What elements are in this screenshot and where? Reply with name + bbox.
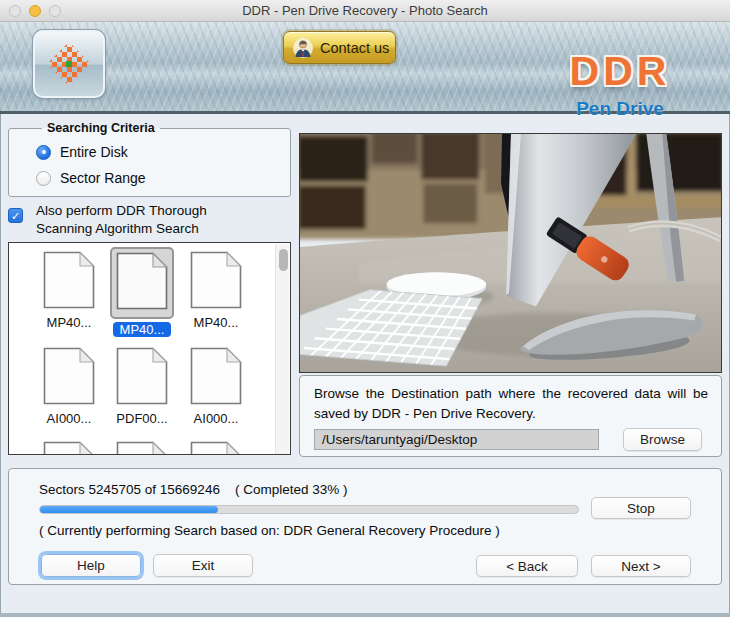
app-logo — [33, 30, 105, 98]
document-icon — [43, 441, 95, 455]
zoom-button[interactable] — [49, 5, 61, 17]
file-item-selected[interactable]: MP40... — [110, 247, 174, 337]
window-title: DDR - Pen Drive Recovery - Photo Search — [0, 0, 730, 21]
browse-button[interactable]: Browse — [623, 428, 702, 451]
document-icon — [190, 347, 242, 405]
destination-row: /Users/taruntyagi/Desktop Browse — [314, 428, 708, 451]
file-item-partial[interactable] — [37, 441, 101, 455]
selected-file-tile — [110, 247, 174, 319]
exit-button[interactable]: Exit — [153, 554, 253, 577]
person-icon — [292, 37, 314, 59]
file-label: AI000... — [194, 411, 239, 426]
scrollbar[interactable] — [275, 244, 289, 455]
file-item[interactable]: PDF00... — [110, 347, 174, 426]
scrollbar-thumb[interactable] — [279, 249, 288, 271]
searching-criteria-group: Searching Criteria Entire Disk Sector Ra… — [8, 121, 291, 197]
thorough-scan-checkbox-row[interactable]: ✓ Also perform DDR Thorough Scanning Alg… — [8, 202, 288, 237]
usb-imac-photo — [299, 133, 722, 373]
document-icon — [116, 441, 168, 455]
current-operation-text: ( Currently performing Search based on: … — [39, 523, 500, 538]
checkered-star-icon — [47, 42, 91, 86]
radio-sector-range[interactable]: Sector Range — [36, 165, 290, 191]
document-icon — [43, 347, 95, 405]
checkbox-checked-icon[interactable]: ✓ — [8, 208, 23, 223]
file-item[interactable]: MP40... — [184, 251, 248, 330]
contact-us-label: Contact us — [320, 40, 389, 56]
file-label: PDF00... — [116, 411, 167, 426]
progress-bar — [39, 505, 579, 514]
destination-description: Browse the Destination path where the re… — [314, 384, 708, 423]
document-icon — [190, 251, 242, 309]
window-bottom-edge — [0, 613, 730, 617]
file-label: MP40... — [113, 322, 172, 337]
document-icon — [116, 347, 168, 405]
file-label: AI000... — [47, 411, 92, 426]
contact-us-button[interactable]: Contact us — [283, 31, 396, 64]
file-list[interactable]: MP40... MP40... MP40... AI000.. — [8, 242, 291, 455]
window-controls — [9, 5, 61, 17]
back-button[interactable]: < Back — [476, 555, 578, 577]
brand-ddr-text: DDR — [536, 48, 704, 95]
stop-button[interactable]: Stop — [591, 497, 691, 519]
document-icon — [190, 441, 242, 455]
file-item[interactable]: AI000... — [37, 347, 101, 426]
sectors-status: Sectors 5245705 of 15669246( Completed 3… — [39, 482, 347, 497]
file-label: MP40... — [47, 315, 92, 330]
radio-selected-icon[interactable] — [36, 145, 51, 160]
file-item[interactable]: AI000... — [184, 347, 248, 426]
brand-pen-drive-text: Pen Drive — [536, 98, 704, 120]
file-label: MP40... — [194, 315, 239, 330]
titlebar: DDR - Pen Drive Recovery - Photo Search — [0, 0, 730, 22]
progress-panel: Sectors 5245705 of 15669246( Completed 3… — [8, 468, 722, 585]
minimize-button[interactable] — [29, 5, 41, 17]
document-icon — [116, 252, 168, 310]
next-button[interactable]: Next > — [591, 555, 691, 577]
progress-bar-fill — [40, 506, 218, 513]
searching-criteria-legend: Searching Criteria — [42, 121, 160, 135]
document-icon — [43, 251, 95, 309]
file-item-partial[interactable] — [110, 441, 174, 455]
thorough-scan-label: Also perform DDR Thorough Scanning Algor… — [36, 202, 251, 237]
destination-path-field[interactable]: /Users/taruntyagi/Desktop — [314, 429, 599, 450]
radio-entire-disk-label: Entire Disk — [60, 144, 128, 160]
photo-illustration — [300, 134, 721, 372]
radio-entire-disk[interactable]: Entire Disk — [36, 139, 290, 165]
completed-text: ( Completed 33% ) — [235, 482, 348, 497]
close-button[interactable] — [9, 5, 21, 17]
brand-block: DDR Pen Drive — [536, 48, 704, 120]
file-item[interactable]: MP40... — [37, 251, 101, 330]
sectors-text: Sectors 5245705 of 15669246 — [39, 482, 220, 497]
app-window: DDR - Pen Drive Recovery - Photo Search … — [0, 0, 730, 617]
header-banner: Contact us DDR Pen Drive — [0, 22, 730, 114]
destination-panel: Browse the Destination path where the re… — [299, 375, 722, 457]
help-button[interactable]: Help — [41, 554, 141, 577]
file-item-partial[interactable] — [184, 441, 248, 455]
radio-sector-range-label: Sector Range — [60, 170, 146, 186]
radio-unselected-icon[interactable] — [36, 171, 51, 186]
